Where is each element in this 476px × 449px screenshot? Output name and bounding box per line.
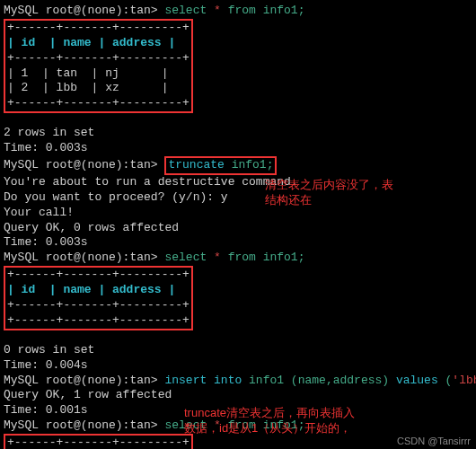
time: Time: 0.003s [4, 141, 472, 156]
prompt-line-2: MySQL root@(none):tan> truncate info1; [4, 156, 472, 175]
result-box-1: +------+-------+---------+ | id | name |… [4, 19, 193, 113]
result-box-2: +------+-------+---------+ | id | name |… [4, 266, 193, 330]
table-border: +------+-------+---------+ [7, 51, 190, 66]
table-row: | 1 | tan | nj | [7, 66, 190, 82]
table-border: +------+-------+---------+ [7, 313, 190, 329]
table-border: +------+-------+---------+ [7, 21, 190, 36]
table-border: +------+-------+---------+ [7, 268, 190, 283]
prompt-line-4: MySQL root@(none):tan> insert into info1… [4, 374, 472, 389]
rows-in-set: 2 rows in set [4, 126, 472, 141]
table-row: | 2 | lbb | xz | [7, 81, 190, 96]
table-header: | id | name | address | [7, 36, 190, 51]
table-border: +------+-------+---------+ [7, 298, 190, 313]
annotation-1: 清空表之后内容没了，表 结构还在 [265, 178, 393, 208]
watermark: CSDN @Tansirrr [397, 435, 471, 447]
your-call: Your call! [4, 206, 472, 221]
table-border: +------+-------+---------+ [7, 436, 190, 449]
query-ok: Query OK, 1 row affected [4, 388, 472, 403]
query-ok: Query OK, 0 rows affected [4, 221, 472, 236]
prompt-line-3: MySQL root@(none):tan> select * from inf… [4, 251, 472, 266]
time: Time: 0.004s [4, 358, 472, 374]
prompt-line-1: MySQL root@(none):tan> select * from inf… [4, 4, 472, 19]
table-border: +------+-------+---------+ [7, 96, 190, 111]
destructive-msg: You're about to run a destructive comman… [4, 175, 472, 190]
result-box-3: +------+-------+---------+ | id | name |… [4, 434, 193, 449]
table-header: | id | name | address | [7, 283, 190, 298]
rows-in-set: 0 rows in set [4, 343, 472, 358]
time: Time: 0.003s [4, 235, 472, 251]
annotation-2: truncate清空表之后，再向表插入 数据，id是从1（从头）开始的， [184, 406, 355, 436]
proceed-prompt: Do you want to proceed? (y/n): y [4, 190, 472, 206]
